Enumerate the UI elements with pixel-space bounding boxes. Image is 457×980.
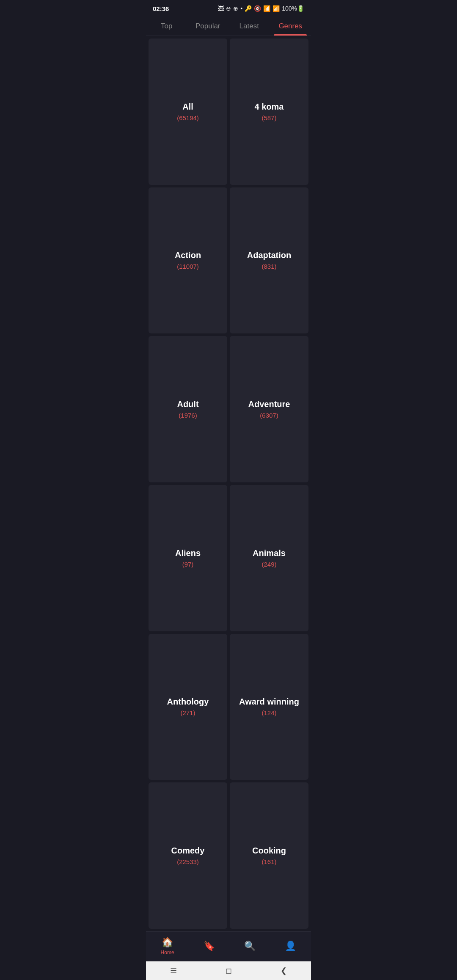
genre-count: (161) [262, 858, 276, 865]
genre-name: Cooking [252, 846, 286, 856]
nav-bookmarks[interactable]: 🔖 [195, 939, 223, 953]
genre-card-comedy[interactable]: Comedy(22533) [149, 782, 227, 929]
genre-count: (65194) [177, 114, 199, 121]
profile-icon: 👤 [285, 941, 296, 952]
android-back-button[interactable]: ❮ [281, 966, 287, 975]
android-recents-button[interactable]: ☰ [170, 966, 177, 975]
tab-genres[interactable]: Genres [270, 15, 311, 36]
tab-top[interactable]: Top [146, 15, 187, 36]
dot-icon: • [240, 5, 242, 12]
genre-card-award-winning[interactable]: Award winning(124) [230, 634, 308, 780]
status-time: 02:36 [153, 5, 169, 12]
genre-count: (249) [262, 561, 276, 568]
android-nav-bar: ☰ ◻ ❮ [146, 961, 311, 980]
nav-search[interactable]: 🔍 [236, 939, 264, 953]
battery-text: 100%🔋 [282, 5, 304, 12]
status-bar: 02:36 🖼 ⊖ ⊕ • 🔑 🔇 📶 📶 100%🔋 [146, 0, 311, 15]
genre-name: Adaptation [247, 251, 291, 260]
wifi-icon: 📶 [263, 5, 270, 12]
genre-card-adventure[interactable]: Adventure(6307) [230, 336, 308, 482]
android-home-button[interactable]: ◻ [226, 966, 232, 975]
genre-name: Action [175, 251, 201, 260]
genre-count: (1976) [179, 412, 197, 419]
genre-name: Award winning [239, 697, 299, 707]
genre-name: Adult [177, 399, 198, 409]
genre-count: (6307) [260, 412, 278, 419]
home-icon: 🏠 [162, 937, 173, 948]
genre-card-aliens[interactable]: Aliens(97) [149, 485, 227, 631]
image-icon: 🖼 [218, 5, 224, 12]
nav-home-label: Home [161, 950, 174, 955]
genre-count: (97) [182, 561, 194, 568]
genre-card-anthology[interactable]: Anthology(271) [149, 634, 227, 780]
genre-count: (587) [262, 114, 276, 121]
tab-bar: Top Popular Latest Genres [146, 15, 311, 36]
genre-name: Animals [253, 548, 286, 558]
key-icon: 🔑 [245, 5, 252, 12]
mute-icon: 🔇 [254, 5, 261, 12]
genre-card-adult[interactable]: Adult(1976) [149, 336, 227, 482]
genre-card-adaptation[interactable]: Adaptation(831) [230, 187, 308, 334]
bookmark-icon: 🔖 [204, 941, 215, 952]
minus-circle-icon: ⊖ [226, 5, 231, 12]
genre-name: Comedy [171, 846, 205, 856]
genre-name: Adventure [248, 399, 290, 409]
genre-count: (11007) [177, 263, 199, 270]
genre-name: 4 koma [255, 102, 284, 112]
genre-card-action[interactable]: Action(11007) [149, 187, 227, 334]
nav-profile[interactable]: 👤 [276, 939, 305, 953]
bottom-nav: 🏠 Home 🔖 🔍 👤 [146, 931, 311, 961]
genre-card-cooking[interactable]: Cooking(161) [230, 782, 308, 929]
nav-home[interactable]: 🏠 Home [152, 935, 183, 957]
status-icons: 🖼 ⊖ ⊕ • 🔑 🔇 📶 📶 100%🔋 [218, 5, 304, 12]
genre-count: (22533) [177, 858, 199, 865]
genre-name: Aliens [175, 548, 201, 558]
genre-card-4-koma[interactable]: 4 koma(587) [230, 39, 308, 185]
tab-latest[interactable]: Latest [228, 15, 270, 36]
genre-count: (831) [262, 263, 276, 270]
vpn-icon: ⊕ [233, 5, 238, 12]
genre-name: All [182, 102, 193, 112]
genre-name: Anthology [167, 697, 209, 707]
search-icon: 🔍 [244, 941, 256, 952]
tab-popular[interactable]: Popular [187, 15, 229, 36]
genre-grid: All(65194)4 koma(587)Action(11007)Adapta… [146, 36, 311, 931]
genre-card-all[interactable]: All(65194) [149, 39, 227, 185]
genre-count: (124) [262, 709, 276, 716]
genre-card-animals[interactable]: Animals(249) [230, 485, 308, 631]
genre-count: (271) [180, 709, 195, 716]
signal-icon: 📶 [273, 5, 280, 12]
